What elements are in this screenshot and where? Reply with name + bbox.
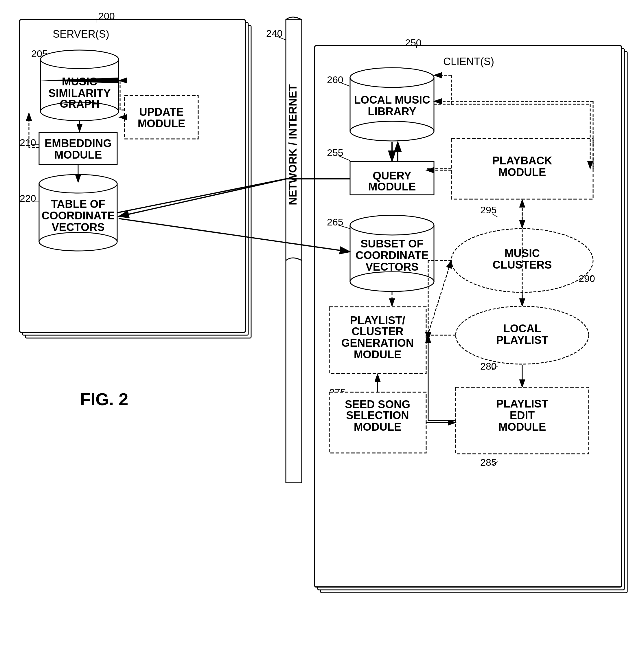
svg-point-51: [350, 272, 434, 291]
ref-250: 250: [405, 37, 421, 48]
local-music-label1: LOCAL MUSIC: [354, 94, 430, 106]
svg-point-36: [350, 68, 434, 87]
subset-coord-label3: VECTORS: [365, 261, 418, 273]
clients-label: CLIENT(S): [443, 55, 494, 67]
subset-coord-label1: SUBSET OF: [361, 237, 423, 250]
playback-label2: MODULE: [499, 166, 546, 178]
local-playlist-label2: PLAYLIST: [496, 334, 548, 346]
playlist-cluster-label2: CLUSTER: [351, 325, 403, 338]
embedding-label2: MODULE: [54, 149, 102, 161]
ref-260: 260: [327, 74, 343, 85]
playlist-cluster-label1: PLAYLIST/: [350, 314, 405, 326]
update-label2: MODULE: [138, 117, 185, 130]
embedding-label1: EMBEDDING: [45, 137, 112, 149]
playback-label1: PLAYBACK: [492, 155, 552, 167]
seed-label2: SELECTION: [346, 409, 409, 422]
music-similarity-label2: SIMILARITY: [48, 87, 111, 99]
ref-220: 220: [20, 193, 36, 204]
network-label: NETWORK / INTERNET: [287, 84, 299, 205]
local-music-label2: LIBRARY: [368, 105, 416, 117]
ref-200: 200: [98, 10, 115, 21]
ref-280: 280: [480, 361, 497, 371]
update-label1: UPDATE: [139, 106, 183, 118]
fig-label: FIG. 2: [80, 390, 129, 409]
table-coord-label2: COORDINATE: [42, 209, 115, 222]
seed-label1: SEED SONG: [345, 398, 410, 410]
local-playlist-label1: LOCAL: [503, 322, 541, 335]
music-similarity-label3: GRAPH: [60, 98, 99, 110]
ref-255: 255: [327, 147, 343, 158]
playlist-edit-label1: PLAYLIST: [496, 398, 548, 410]
svg-point-6: [41, 50, 119, 69]
playlist-edit-label2: EDIT: [510, 409, 535, 422]
playlist-edit-label3: MODULE: [499, 421, 546, 433]
table-coord-label1: TABLE OF: [51, 198, 105, 210]
svg-point-50: [350, 215, 434, 235]
query-label1: QUERY: [373, 169, 411, 182]
ref-290: 290: [579, 273, 595, 284]
ref-240: 240: [266, 28, 283, 39]
query-label2: MODULE: [368, 181, 416, 193]
diagram: SERVER(S) 200 205 MUSIC SIMILARITY GRAPH…: [0, 0, 644, 657]
table-coord-label3: VECTORS: [51, 221, 105, 233]
playlist-cluster-label3: GENERATION: [341, 337, 414, 349]
ref-295: 295: [480, 204, 497, 215]
ref-285: 285: [480, 457, 497, 468]
subset-coord-label2: COORDINATE: [355, 249, 429, 262]
svg-point-37: [350, 121, 434, 141]
servers-label: SERVER(S): [53, 28, 109, 40]
seed-label3: MODULE: [354, 421, 401, 433]
ref-210: 210: [20, 137, 36, 148]
playlist-cluster-label4: MODULE: [354, 348, 401, 361]
svg-point-23: [39, 232, 117, 251]
